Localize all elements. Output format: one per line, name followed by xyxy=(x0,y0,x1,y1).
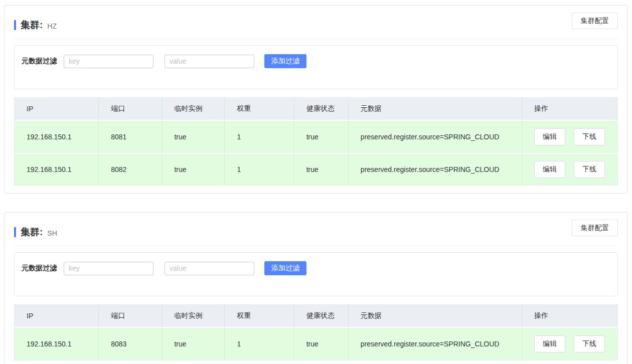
filter-key-input[interactable] xyxy=(64,262,153,275)
edit-instance-button[interactable]: 编辑 xyxy=(534,335,565,352)
offline-instance-button[interactable]: 下线 xyxy=(574,161,605,178)
column-header-ip: IP xyxy=(15,305,99,328)
table-header-row: IP 端口 临时实例 权重 健康状态 元数据 操作 xyxy=(15,98,617,121)
cell-operations: 编辑 下线 xyxy=(522,153,617,185)
column-header-ephemeral: 临时实例 xyxy=(162,98,225,121)
cell-weight: 1 xyxy=(225,153,294,185)
cell-healthy: true xyxy=(294,153,349,185)
service-cluster-page: 集群: HZ 集群配置 元数据过滤 添加过滤 IP 端口 临时实例 权重 xyxy=(0,0,632,364)
column-header-ip: IP xyxy=(15,98,99,121)
edit-instance-button[interactable]: 编辑 xyxy=(534,161,565,178)
add-filter-button[interactable]: 添加过滤 xyxy=(264,54,306,68)
column-header-ephemeral: 临时实例 xyxy=(162,305,225,328)
instance-table: IP 端口 临时实例 权重 健康状态 元数据 操作 192.168.150.1 … xyxy=(14,97,618,186)
cell-operations: 编辑 下线 xyxy=(522,121,617,153)
cluster-title-bar xyxy=(14,20,16,30)
table-header-row: IP 端口 临时实例 权重 健康状态 元数据 操作 xyxy=(15,305,617,328)
cluster-header: 集群: SH 集群配置 xyxy=(14,213,618,241)
header-divider xyxy=(14,246,618,246)
cell-ip: 192.168.150.1 xyxy=(15,121,99,153)
cell-metadata: preserved.register.source=SPRING_CLOUD xyxy=(349,153,522,185)
filter-value-input[interactable] xyxy=(165,55,254,68)
cluster-config-button[interactable]: 集群配置 xyxy=(572,220,618,236)
cluster-card-sh: 集群: SH 集群配置 元数据过滤 添加过滤 IP 端口 临时实例 权重 xyxy=(4,212,628,364)
cluster-header: 集群: HZ 集群配置 xyxy=(14,6,618,34)
cluster-title-bar xyxy=(14,227,16,237)
edit-instance-button[interactable]: 编辑 xyxy=(534,128,565,145)
cluster-title-label: 集群: xyxy=(21,226,43,239)
filter-value-input[interactable] xyxy=(165,262,254,275)
cell-metadata: preserved.register.source=SPRING_CLOUD xyxy=(349,328,522,360)
cell-operations: 编辑 下线 xyxy=(522,328,617,360)
cell-metadata: preserved.register.source=SPRING_CLOUD xyxy=(349,121,522,153)
table-row: 192.168.150.1 8081 true 1 true preserved… xyxy=(15,121,617,153)
offline-instance-button[interactable]: 下线 xyxy=(574,128,605,145)
cell-healthy: true xyxy=(294,328,349,360)
metadata-filter-panel: 元数据过滤 添加过滤 xyxy=(14,45,618,89)
cell-ephemeral: true xyxy=(162,121,225,153)
cell-weight: 1 xyxy=(225,121,294,153)
column-header-healthy: 健康状态 xyxy=(294,305,349,328)
column-header-healthy: 健康状态 xyxy=(294,98,349,121)
cell-weight: 1 xyxy=(225,328,294,360)
cluster-name: SH xyxy=(47,229,57,237)
cluster-title-label: 集群: xyxy=(21,19,43,32)
filter-key-input[interactable] xyxy=(64,55,153,68)
cell-healthy: true xyxy=(294,121,349,153)
cell-ip: 192.168.150.1 xyxy=(15,153,99,185)
cell-ip: 192.168.150.1 xyxy=(15,328,99,360)
cell-ephemeral: true xyxy=(162,328,225,360)
column-header-metadata: 元数据 xyxy=(349,98,522,121)
offline-instance-button[interactable]: 下线 xyxy=(574,335,605,352)
add-filter-button[interactable]: 添加过滤 xyxy=(264,261,306,275)
metadata-filter-panel: 元数据过滤 添加过滤 xyxy=(14,252,618,296)
cluster-name: HZ xyxy=(47,22,57,30)
metadata-filter-label: 元数据过滤 xyxy=(22,57,57,66)
column-header-port: 端口 xyxy=(99,305,162,328)
column-header-weight: 权重 xyxy=(225,305,294,328)
cell-port: 8082 xyxy=(99,153,162,185)
cell-port: 8083 xyxy=(99,328,162,360)
header-divider xyxy=(14,39,618,39)
cluster-card-hz: 集群: HZ 集群配置 元数据过滤 添加过滤 IP 端口 临时实例 权重 xyxy=(4,5,628,194)
column-header-weight: 权重 xyxy=(225,98,294,121)
cell-ephemeral: true xyxy=(162,153,225,185)
instance-table: IP 端口 临时实例 权重 健康状态 元数据 操作 192.168.150.1 … xyxy=(14,304,618,360)
column-header-operations: 操作 xyxy=(522,98,617,121)
cell-port: 8081 xyxy=(99,121,162,153)
table-row: 192.168.150.1 8082 true 1 true preserved… xyxy=(15,153,617,185)
column-header-operations: 操作 xyxy=(522,305,617,328)
cluster-config-button[interactable]: 集群配置 xyxy=(572,13,618,29)
metadata-filter-label: 元数据过滤 xyxy=(22,264,57,273)
column-header-metadata: 元数据 xyxy=(349,305,522,328)
table-row: 192.168.150.1 8083 true 1 true preserved… xyxy=(15,328,617,360)
column-header-port: 端口 xyxy=(99,98,162,121)
